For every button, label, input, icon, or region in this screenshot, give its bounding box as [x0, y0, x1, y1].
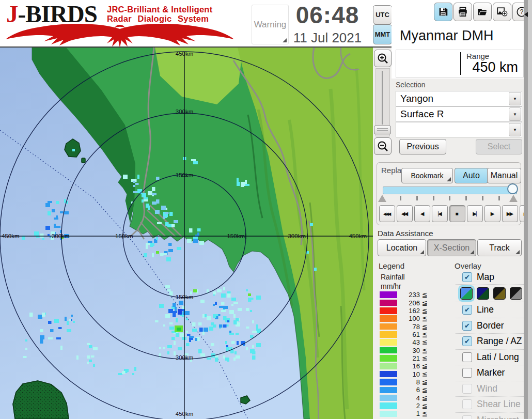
chevron-down-icon[interactable]: ▼	[509, 123, 521, 136]
open-folder-icon[interactable]	[473, 3, 492, 21]
fast-rewind-icon[interactable]: ◀◀	[397, 205, 413, 222]
overlay-item-label: Microburst	[477, 415, 519, 419]
clock-date: 11 Jul 2021	[282, 30, 373, 46]
option-dropdown[interactable]: ▼	[396, 122, 522, 137]
overlay-row-lati-long: Lati / Long	[456, 349, 524, 365]
select-button: Select	[476, 139, 522, 154]
legend-color-swatch	[380, 300, 397, 306]
map-style-terrain[interactable]	[460, 287, 473, 300]
legend-item: 206≦	[380, 299, 436, 306]
print-icon[interactable]	[453, 3, 472, 21]
overlay-item-label: Map	[477, 272, 494, 283]
timeline-start-marker[interactable]	[378, 195, 386, 202]
legend-color-swatch	[380, 291, 397, 298]
previous-button[interactable]: Previous	[399, 139, 446, 154]
track-button[interactable]: Track	[477, 239, 522, 256]
xsection-button[interactable]: X-Section	[427, 239, 476, 256]
legend-value: 206	[400, 299, 420, 307]
chevron-down-icon[interactable]: ▼	[509, 92, 521, 105]
svg-text:150km: 150km	[176, 294, 194, 300]
overlay-item-label: Line	[477, 304, 494, 315]
range-az-checkbox[interactable]	[462, 336, 472, 346]
legend-item: 21≦	[380, 354, 436, 362]
svg-text:300km: 300km	[52, 233, 70, 239]
map-zoom-slider-handle[interactable]	[374, 126, 391, 134]
legend-color-swatch	[380, 323, 397, 330]
legend-item: 61≦	[380, 331, 436, 338]
overlay-options: MapLineBorderRange / AZLati / LongMarker…	[456, 270, 524, 419]
rainfall-legend: 233≦206≦162≦100≦78≦61≦43≦30≦21≦16≦10≦8≦6…	[380, 291, 436, 418]
legend-color-swatch	[380, 331, 397, 338]
legend-item: 4≦	[380, 394, 436, 401]
overlay-label: Overlay	[455, 261, 481, 270]
svg-text:300km: 300km	[288, 233, 306, 239]
product-dropdown[interactable]: Surface R ▼	[396, 106, 522, 122]
replay-timeline-track[interactable]	[383, 187, 517, 194]
border-checkbox[interactable]	[462, 321, 472, 331]
overlay-row-shear-line: Shear Line	[456, 396, 524, 412]
manual-replay-button[interactable]: Manual	[487, 168, 521, 183]
map-checkbox[interactable]	[462, 272, 472, 282]
map-zoom-slider-line	[382, 71, 383, 125]
mmt-toggle-button[interactable]: MMT	[373, 24, 392, 44]
legend-suffix: ≦	[422, 370, 428, 378]
map-style-navy-green[interactable]	[477, 287, 489, 300]
radar-map-display[interactable]: 450km 300km 150km 150km 300km 450km 450k…	[0, 48, 373, 419]
range-value: 450 km	[472, 59, 518, 75]
overlay-row-marker: Marker	[456, 365, 524, 381]
lati-long-checkbox[interactable]	[462, 352, 472, 362]
skip-end-icon[interactable]: ▶|	[467, 205, 483, 222]
legend-color-swatch	[380, 379, 397, 385]
stop-icon[interactable]: ■	[449, 205, 465, 222]
legend-suffix: ≦	[422, 307, 428, 315]
legend-suffix: ≦	[422, 362, 428, 370]
site-dropdown[interactable]: Yangon ▼	[396, 91, 522, 106]
legend-color-swatch	[380, 387, 397, 394]
legend-suffix: ≦	[422, 291, 428, 299]
fast-forward-icon[interactable]: ▶▶	[502, 205, 518, 222]
legend-item: 2≦	[380, 402, 436, 410]
overlay-row-microburst: Microburst	[456, 412, 524, 419]
play-reverse-icon[interactable]: ◀	[414, 205, 430, 222]
timeline-end-marker[interactable]	[509, 195, 518, 202]
legend-label: Legend	[379, 261, 404, 270]
legend-value: 2	[400, 402, 420, 410]
legend-suffix: ≦	[422, 338, 428, 346]
line-checkbox[interactable]	[462, 305, 472, 315]
legend-suffix: ≦	[422, 299, 428, 307]
shear-line-checkbox	[462, 399, 472, 409]
replay-timeline-handle[interactable]	[507, 183, 518, 194]
map-style-olive[interactable]	[493, 287, 506, 300]
marker-checkbox[interactable]	[462, 368, 472, 378]
svg-text:450km: 450km	[176, 411, 194, 417]
legend-item: 43≦	[380, 338, 436, 346]
save-icon[interactable]	[434, 3, 452, 21]
legend-color-swatch	[380, 371, 397, 378]
export-image-icon[interactable]	[493, 3, 511, 21]
overlay-row-range-az: Range / AZ	[456, 333, 524, 349]
microburst-checkbox	[462, 415, 472, 419]
overlay-row-line: Line	[456, 302, 524, 318]
zoom-in-icon[interactable]	[374, 50, 392, 67]
play-icon[interactable]: ▶	[484, 205, 500, 222]
toolbar: ?	[434, 3, 531, 21]
station-title: Myanmar DMH	[400, 28, 494, 44]
timeline-tick	[498, 196, 500, 200]
fast-rewind-3-icon[interactable]: ◀◀◀	[379, 205, 395, 222]
svg-text:150km: 150km	[176, 172, 194, 178]
legend-item: 1≦	[380, 410, 436, 417]
map-style-gray[interactable]	[510, 287, 522, 300]
legend-value: 10	[400, 370, 420, 378]
legend-suffix: ≦	[422, 378, 428, 386]
utc-toggle-button[interactable]: UTC	[373, 5, 392, 24]
legend-item: 30≦	[380, 346, 436, 354]
timeline-tick	[482, 196, 483, 200]
overlay-item-label: Marker	[477, 367, 505, 378]
zoom-out-icon[interactable]	[374, 137, 392, 155]
chevron-down-icon[interactable]: ▼	[509, 107, 521, 121]
auto-replay-button[interactable]: Auto	[455, 168, 488, 183]
collapse-panel-icon[interactable]	[524, 12, 528, 17]
location-button[interactable]: Location	[378, 239, 426, 256]
bookmark-button[interactable]: Bookmark	[401, 168, 453, 183]
skip-start-icon[interactable]: |◀	[432, 205, 448, 222]
